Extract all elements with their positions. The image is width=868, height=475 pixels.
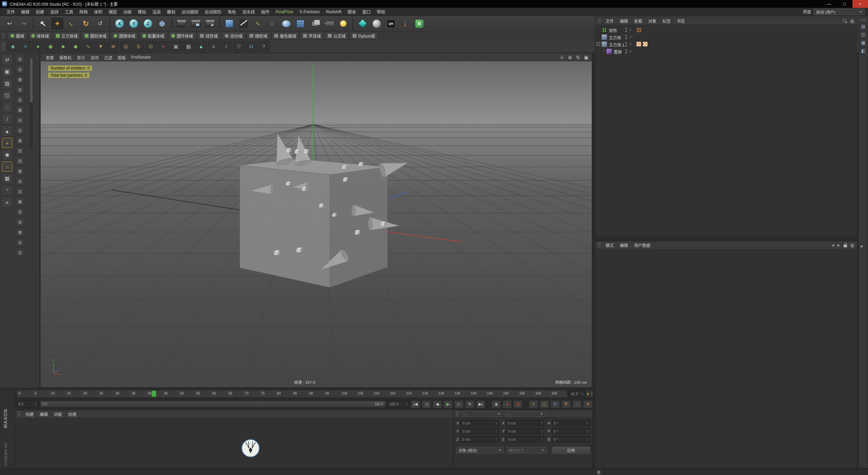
panel-icon[interactable]: ▤: [850, 243, 854, 248]
enable-axis-button[interactable]: +: [2, 137, 13, 148]
last-used-tool[interactable]: ↺: [93, 17, 107, 31]
rf-noise-daemon-icon[interactable]: ≋: [107, 41, 119, 52]
field-button[interactable]: 着色器域: [272, 32, 299, 40]
rf-flask-icon[interactable]: U: [245, 41, 257, 52]
docked-palette-icon[interactable]: ▧: [16, 146, 25, 155]
rf-gravity-daemon-icon[interactable]: ▼: [95, 41, 106, 52]
rf-drag-daemon-icon[interactable]: D: [145, 41, 157, 52]
live-selection-tool[interactable]: ↖: [36, 17, 50, 31]
rf-spline-emitter-icon[interactable]: ∿: [82, 41, 94, 52]
object-name[interactable]: 矩阵: [609, 27, 617, 33]
rf-circle-emitter-icon[interactable]: ●: [32, 41, 44, 52]
field-button[interactable]: 径向域: [222, 32, 245, 40]
model-mode-button[interactable]: ▣: [2, 66, 13, 77]
qr-plugin-button[interactable]: QR: [384, 17, 398, 31]
download-manager-button[interactable]: ↓: [398, 17, 412, 31]
menu-item[interactable]: 窗口: [359, 8, 374, 15]
object-name[interactable]: 立方体.1: [609, 42, 625, 48]
rotation-mode-select[interactable]: --▼: [505, 411, 545, 417]
rf-attractor-daemon-icon[interactable]: ◎: [120, 41, 132, 52]
history-back-icon[interactable]: ◀: [831, 243, 834, 247]
add-cube-object-menu[interactable]: [222, 17, 236, 31]
tag-icon[interactable]: [636, 27, 642, 33]
make-editable-button[interactable]: ⇄: [2, 54, 13, 65]
menu-item[interactable]: Redshift: [323, 10, 344, 14]
menu-item[interactable]: 创建: [33, 8, 47, 15]
size-field[interactable]: 0 cm▲▼: [506, 436, 544, 442]
viewport-zoom-icon[interactable]: ⊕: [567, 54, 573, 60]
docked-palette-icon[interactable]: ▦: [16, 136, 25, 145]
object-manager-menu-item[interactable]: 编辑: [617, 18, 631, 24]
light-menu[interactable]: [336, 17, 350, 31]
deer-logo-material[interactable]: [241, 439, 260, 458]
current-frame-field[interactable]: 41 F ▲▼: [569, 390, 585, 398]
object-row[interactable]: − 立方体.1 ✓: [595, 41, 857, 48]
position-field[interactable]: 0 cm▲▼: [460, 420, 498, 426]
field-button[interactable]: 球体域: [28, 32, 52, 40]
field-button[interactable]: 圆锥体域: [111, 32, 138, 40]
goto-end-button[interactable]: ▶|: [476, 400, 485, 408]
spline-pen-menu[interactable]: ∿: [251, 17, 264, 31]
viewport-menu-item[interactable]: 查看: [43, 55, 57, 60]
drag-handle-icon[interactable]: [456, 411, 458, 416]
docked-palette-icon[interactable]: ▩: [16, 105, 25, 114]
position-mode-select[interactable]: --▼: [462, 411, 502, 417]
object-row[interactable]: 矩阵 ✓: [595, 26, 857, 34]
y-axis-lock-toggle[interactable]: Y: [127, 17, 140, 31]
object-manager-menu-item[interactable]: 文件: [603, 18, 616, 24]
drag-handle-icon[interactable]: [2, 42, 5, 51]
docked-palette-icon[interactable]: ▤: [16, 238, 25, 247]
sky-object-menu[interactable]: [370, 17, 383, 31]
play-backwards-button[interactable]: ◁: [422, 400, 431, 408]
menu-item[interactable]: 体积: [91, 8, 105, 15]
menu-item[interactable]: 运动图形: [201, 8, 224, 15]
texture-mode-button[interactable]: ▨: [2, 78, 13, 89]
rf-cache-icon[interactable]: ≡: [208, 41, 219, 52]
docked-palette-icon[interactable]: ▦: [16, 75, 25, 84]
workplane-mode-button[interactable]: ◫: [2, 90, 13, 101]
render-settings-button[interactable]: [203, 17, 217, 31]
quantize-button[interactable]: °: [2, 185, 13, 196]
rotation-field[interactable]: 0 °▲▼: [552, 436, 590, 442]
keying-scale-toggle[interactable]: ▢: [540, 400, 549, 408]
viewport-menu-item[interactable]: 显示: [74, 55, 88, 60]
pen-tool-menu[interactable]: [237, 17, 250, 31]
history-forward-icon[interactable]: ▶: [837, 243, 840, 247]
docked-palette-icon[interactable]: ▩: [16, 166, 25, 175]
content-browser-icon[interactable]: ▤: [860, 23, 866, 30]
keying-rotation-toggle[interactable]: ↻: [551, 400, 560, 408]
panel-icon[interactable]: ▤: [850, 19, 854, 23]
apply-button[interactable]: 应用: [552, 447, 590, 454]
xparticles-plugin-button[interactable]: [356, 17, 369, 31]
docked-palette-icon[interactable]: ▨: [16, 156, 25, 165]
scale-tool[interactable]: ↔: [65, 17, 78, 31]
current-frame-marker[interactable]: [152, 391, 156, 397]
menu-item[interactable]: X-Particles: [296, 10, 323, 14]
menu-item[interactable]: 渲染: [149, 8, 164, 15]
keying-parameter-toggle[interactable]: P: [561, 400, 571, 408]
rf-fluid-icon[interactable]: ≈: [20, 41, 31, 52]
layers-panel-icon[interactable]: ◧: [860, 48, 866, 54]
spinner-icon[interactable]: ▲▼: [587, 421, 588, 425]
spline-primitive-menu[interactable]: ○: [265, 17, 279, 31]
enabled-check[interactable]: ✓: [629, 49, 632, 54]
tag-icon[interactable]: [643, 41, 648, 47]
docked-palette-icon[interactable]: ▨: [16, 217, 25, 226]
drag-handle-icon[interactable]: [18, 411, 21, 417]
menu-item[interactable]: 流水线: [239, 8, 258, 15]
enable-snap-button[interactable]: ∩: [2, 161, 13, 172]
next-frame-button[interactable]: ▷: [454, 400, 463, 408]
enabled-check[interactable]: ✓: [629, 35, 632, 39]
position-field[interactable]: 0 cm▲▼: [460, 428, 498, 434]
rf-sphere-emitter-icon[interactable]: ◉: [45, 41, 56, 52]
autokey-button[interactable]: ●: [502, 400, 512, 408]
spinner-icon[interactable]: ▲▼: [587, 438, 588, 441]
attribute-menu-item[interactable]: 用户数据: [631, 242, 653, 248]
search-icon[interactable]: [843, 19, 847, 23]
object-row[interactable]: 立方体 ✓: [595, 34, 857, 41]
polygons-mode-button[interactable]: ▲: [2, 126, 13, 136]
previous-frame-button[interactable]: ◀: [433, 400, 442, 408]
volume-builder-menu[interactable]: [294, 17, 307, 31]
material-menu-item[interactable]: 编辑: [37, 411, 51, 417]
viewport-menu-item[interactable]: 选项: [88, 55, 101, 60]
